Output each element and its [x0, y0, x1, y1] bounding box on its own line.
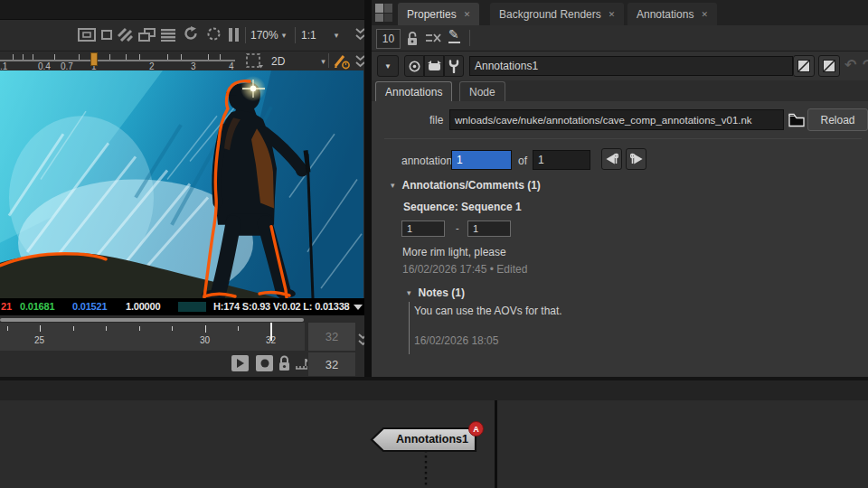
input-process-brush-icon[interactable] [334, 53, 351, 70]
node-graph[interactable]: Annotations1 A [0, 400, 868, 488]
node-panel-header: ▼ Annotations1 ↶ ↷ [372, 52, 868, 80]
file-input[interactable]: wnloads/cave/nuke/annotations/cave_comp_… [449, 109, 784, 130]
max-panels-field[interactable]: 10 [376, 29, 401, 49]
tab-annotations[interactable]: Annotations ✕ [627, 3, 717, 25]
node-graph-divider-line [495, 400, 497, 488]
file-label: file [429, 114, 443, 127]
node-name-field[interactable]: Annotations1 [469, 56, 793, 76]
next-annotation-button[interactable] [626, 148, 646, 170]
node-color-swatch-button[interactable] [793, 55, 815, 77]
properties-toolbar: 10 ✎ [372, 25, 868, 52]
panel-collapse-button[interactable]: ▼ [377, 55, 399, 77]
node-name-value: Annotations1 [475, 60, 538, 72]
marquee-select-icon[interactable] [246, 53, 264, 70]
close-icon[interactable]: ✕ [609, 10, 616, 19]
color-readout-bar: 21 0.01681 0.01521 1.00000 H:174 S:0.93 … [0, 298, 364, 315]
undo-icon[interactable]: ↶ [844, 56, 856, 73]
live-sample-button[interactable] [404, 55, 424, 77]
viewer-top-strip [0, 0, 364, 20]
lock-range-icon[interactable] [277, 354, 291, 372]
comments-group-title: Annotations/Comments (1) [402, 179, 541, 192]
comment-text: More rim light, please [402, 246, 506, 258]
comments-group-header[interactable]: ▾ Annotations/Comments (1) [391, 179, 541, 192]
group-triangle-icon: ▾ [407, 288, 411, 297]
chevron-down-icon: ▾ [282, 31, 287, 40]
node-label: Annotations1 [389, 433, 476, 446]
nuke-application-window: 170% ▾ 1:1 ▾ .1 0.4 0.7 [0, 0, 868, 488]
gain-slider-track[interactable] [0, 60, 235, 61]
red-value: 21 [1, 301, 12, 312]
notes-group-title: Notes (1) [419, 286, 465, 299]
edit-pencil-icon[interactable]: ✎ [448, 28, 463, 46]
record-button[interactable] [256, 355, 273, 371]
timeline[interactable]: 25 30 32 [0, 323, 305, 351]
pixel-aspect-dropdown[interactable]: 1:1 ▾ [301, 27, 338, 43]
roi-icon[interactable] [206, 26, 222, 42]
close-icon[interactable]: ✕ [701, 10, 708, 19]
playhead[interactable] [270, 323, 272, 341]
gain-row-divider [328, 53, 329, 68]
stack-lines-icon[interactable] [161, 27, 175, 42]
panel-divider-vertical[interactable] [364, 0, 372, 377]
tab-properties[interactable]: Properties ✕ [398, 3, 479, 25]
toolbar-divider [469, 30, 470, 46]
view-mode-value: 2D [271, 55, 285, 68]
range-end-value: 32 [326, 330, 338, 343]
annotations-node[interactable]: Annotations1 A [369, 426, 483, 455]
sequence-label: Sequence: Sequence 1 [403, 201, 522, 213]
range-end-box[interactable]: 32 [307, 322, 356, 352]
lock-open-icon[interactable] [405, 30, 420, 46]
notes-group-header[interactable]: ▾ Notes (1) [407, 286, 465, 299]
pixel-aspect-value: 1:1 [301, 29, 316, 42]
properties-panel: Properties ✕ Background Renders ✕ Annota… [372, 0, 868, 377]
zoom-level-dropdown[interactable]: 170% ▾ [250, 27, 286, 43]
tab-label: Annotations [637, 8, 693, 21]
annotation-nav-label: annotation [401, 155, 452, 167]
timeline-scrollbar[interactable] [0, 318, 304, 322]
tab-node-page[interactable]: Node [459, 81, 505, 101]
close-all-panels-icon[interactable] [426, 32, 441, 44]
annotation-total-input[interactable]: 1 [533, 150, 590, 170]
reload-button[interactable]: Reload [807, 108, 868, 131]
node-connection-dotted [423, 450, 429, 488]
redo-icon[interactable]: ↷ [863, 56, 868, 73]
viewer-image[interactable] [0, 70, 363, 298]
pane-layout-icon[interactable] [375, 4, 393, 23]
close-icon[interactable]: ✕ [464, 10, 471, 19]
pause-icon[interactable] [228, 27, 240, 42]
green-value: 0.01681 [20, 301, 54, 312]
divider-rule [384, 138, 862, 139]
view-mode-dropdown[interactable]: 2D ▾ [271, 53, 326, 70]
file-browse-folder-icon[interactable] [788, 110, 805, 128]
play-button[interactable] [231, 355, 249, 371]
tab-annotations-page[interactable]: Annotations [375, 81, 452, 101]
range-start-input[interactable]: 1 [401, 221, 445, 237]
overlay-rects-icon[interactable] [138, 27, 156, 42]
gain-slider-handle[interactable] [90, 52, 98, 66]
prev-annotation-button[interactable] [601, 148, 622, 170]
display-window-icon[interactable] [78, 27, 96, 42]
gl-color-swatch-button[interactable] [818, 55, 840, 77]
range-end-input[interactable]: 1 [467, 221, 511, 237]
toolbar-divider2 [295, 27, 296, 43]
tab-label: Properties [407, 8, 457, 21]
chevron-down-icon: ▾ [321, 57, 326, 66]
annotation-of-label: of [518, 155, 527, 167]
proxy-rect-icon[interactable] [101, 29, 112, 40]
range-separator: - [456, 222, 459, 233]
note-text: You can use the AOVs for that. [414, 305, 562, 317]
node-panel-tabs: Annotations Node [372, 80, 868, 101]
annotation-index-input[interactable]: 1 [451, 150, 512, 170]
refresh-icon[interactable] [183, 25, 199, 42]
timeline-label-25: 25 [34, 335, 44, 345]
current-frame-box[interactable]: 32 [307, 352, 356, 377]
node-panel-content: file wnloads/cave/nuke/annotations/cave_… [372, 101, 868, 377]
chevron-down-icon: ▾ [335, 31, 339, 40]
wrench-button[interactable] [444, 55, 464, 77]
tab-background-renders[interactable]: Background Renders ✕ [490, 3, 624, 25]
monitor-output-button[interactable] [424, 55, 444, 77]
group-triangle-icon: ▾ [391, 181, 395, 190]
readout-dropdown-icon[interactable] [354, 305, 363, 310]
zoom-level-value: 170% [250, 29, 278, 42]
wipe-stripes-icon[interactable] [118, 27, 133, 42]
